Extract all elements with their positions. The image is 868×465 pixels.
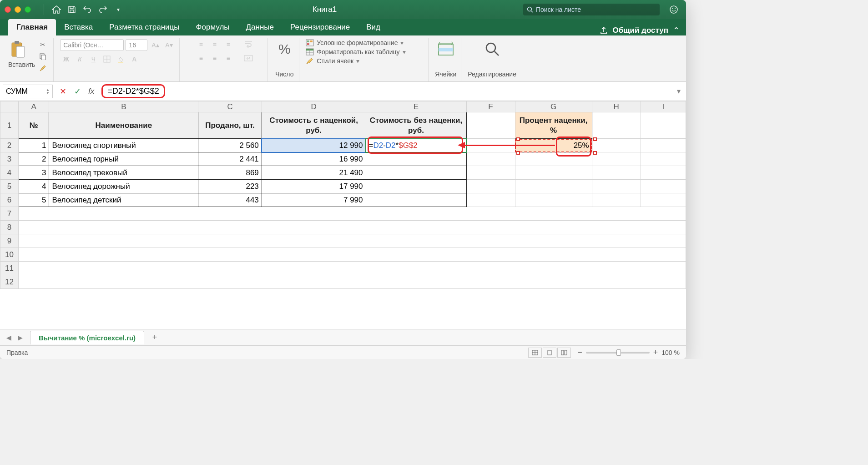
feedback-icon[interactable] — [666, 3, 681, 16]
cell[interactable] — [18, 262, 686, 275]
tab-formulas[interactable]: Формулы — [188, 19, 238, 35]
add-sheet-button[interactable]: + — [148, 331, 161, 344]
cell-g2[interactable]: 25% — [515, 139, 592, 152]
cell[interactable] — [466, 139, 515, 152]
cell[interactable]: 443 — [198, 193, 262, 207]
cell[interactable]: 4 — [18, 180, 49, 193]
cancel-formula-button[interactable]: ✕ — [56, 85, 70, 98]
conditional-formatting-button[interactable]: Условное форматирование▾ — [306, 39, 405, 46]
view-normal-icon[interactable] — [528, 348, 542, 358]
cell[interactable] — [18, 207, 686, 221]
fill-color-icon[interactable] — [115, 54, 126, 65]
maximize-window-button[interactable] — [25, 6, 31, 13]
fx-icon[interactable]: fx — [85, 87, 98, 96]
bold-button[interactable]: Ж — [60, 54, 72, 65]
cell[interactable]: 17 990 — [262, 180, 366, 193]
cell[interactable] — [592, 180, 641, 193]
view-page-layout-icon[interactable] — [543, 348, 556, 358]
header-sold[interactable]: Продано, шт. — [198, 112, 262, 139]
cell[interactable]: Велосипед горный — [49, 152, 198, 166]
row-header[interactable]: 1 — [0, 112, 19, 139]
cell[interactable] — [466, 112, 515, 139]
cell[interactable] — [466, 180, 515, 193]
zoom-slider[interactable] — [586, 352, 650, 354]
header-name[interactable]: Наименование — [49, 112, 198, 139]
cell[interactable] — [515, 152, 592, 166]
zoom-out-button[interactable]: − — [577, 348, 582, 357]
minimize-window-button[interactable] — [15, 6, 21, 13]
cell[interactable] — [592, 139, 641, 152]
zoom-level[interactable]: 100 % — [661, 349, 680, 356]
cell[interactable] — [466, 193, 515, 207]
wrap-text-icon[interactable] — [242, 39, 254, 50]
spreadsheet-grid[interactable]: A B C D E F G H I 1 № Наименование Прода… — [0, 101, 686, 329]
col-header[interactable]: H — [592, 101, 641, 112]
formula-input[interactable]: =D2-D2*$G$2 — [98, 84, 671, 98]
cell[interactable] — [641, 180, 686, 193]
cell[interactable] — [366, 166, 466, 180]
row-header[interactable]: 4 — [0, 166, 19, 180]
row-header[interactable]: 12 — [0, 275, 19, 289]
row-header[interactable]: 7 — [0, 207, 19, 221]
align-middle-icon[interactable]: ≡ — [209, 39, 221, 50]
sheet-nav-next-icon[interactable]: ▶ — [15, 332, 25, 343]
namebox-spinner-icon[interactable]: ▲▼ — [46, 88, 50, 95]
cell[interactable] — [641, 193, 686, 207]
header-cost-without[interactable]: Стоимость без наценки, руб. — [366, 112, 466, 139]
cell[interactable] — [515, 193, 592, 207]
undo-icon[interactable] — [80, 3, 95, 16]
header-num[interactable]: № — [18, 112, 49, 139]
cell[interactable]: 1 — [18, 139, 49, 152]
cut-icon[interactable]: ✂ — [37, 39, 49, 50]
cell[interactable]: 16 990 — [262, 152, 366, 166]
font-name-combo[interactable]: Calibri (Осн… — [60, 39, 124, 51]
merge-cells-icon[interactable] — [242, 53, 254, 64]
cell[interactable] — [366, 152, 466, 166]
search-input[interactable]: Поиск на листе — [523, 4, 660, 15]
font-size-combo[interactable]: 16 — [126, 39, 147, 51]
row-header[interactable]: 8 — [0, 221, 19, 234]
col-header[interactable]: A — [18, 101, 49, 112]
home-icon[interactable] — [49, 3, 64, 16]
format-as-table-button[interactable]: Форматировать как таблицу▾ — [306, 48, 405, 56]
borders-icon[interactable] — [101, 54, 113, 65]
cell[interactable]: 2 — [18, 152, 49, 166]
collapse-ribbon-icon[interactable]: ⌃ — [673, 25, 680, 35]
cell[interactable]: 21 490 — [262, 166, 366, 180]
col-header[interactable]: I — [641, 101, 686, 112]
cell[interactable]: 223 — [198, 180, 262, 193]
cell[interactable] — [515, 180, 592, 193]
row-header[interactable]: 10 — [0, 248, 19, 262]
find-icon[interactable] — [482, 39, 502, 59]
cell[interactable]: Велосипед детский — [49, 193, 198, 207]
copy-icon[interactable] — [37, 51, 49, 62]
tab-page-layout[interactable]: Разметка страницы — [101, 19, 187, 35]
row-header[interactable]: 6 — [0, 193, 19, 207]
cell[interactable] — [592, 152, 641, 166]
col-header[interactable]: G — [515, 101, 592, 112]
tab-view[interactable]: Вид — [358, 19, 389, 35]
cell[interactable] — [466, 166, 515, 180]
cell[interactable]: 2 441 — [198, 152, 262, 166]
redo-icon[interactable] — [95, 3, 111, 16]
cell[interactable] — [641, 152, 686, 166]
select-all-corner[interactable] — [0, 101, 19, 112]
cell-d2[interactable]: 12 990 — [262, 139, 366, 152]
align-left-icon[interactable]: ≡ — [195, 53, 207, 64]
cell[interactable] — [515, 166, 592, 180]
format-painter-icon[interactable] — [37, 63, 49, 74]
view-page-break-icon[interactable] — [557, 348, 571, 358]
paste-button[interactable] — [8, 39, 28, 59]
font-color-icon[interactable]: A — [128, 54, 140, 65]
row-header[interactable]: 3 — [0, 152, 19, 166]
cell[interactable]: Велосипед спортивный — [49, 139, 198, 152]
cell-e2-editing[interactable]: =D2-D2*$G$2 — [366, 139, 466, 152]
row-header[interactable]: 2 — [0, 139, 19, 152]
cell[interactable] — [366, 180, 466, 193]
align-center-icon[interactable]: ≡ — [209, 53, 221, 64]
name-box[interactable]: СУММ ▲▼ — [3, 85, 53, 98]
align-top-icon[interactable]: ≡ — [195, 39, 207, 50]
row-header[interactable]: 9 — [0, 234, 19, 248]
accept-formula-button[interactable]: ✓ — [70, 85, 85, 98]
cell[interactable] — [18, 275, 686, 289]
